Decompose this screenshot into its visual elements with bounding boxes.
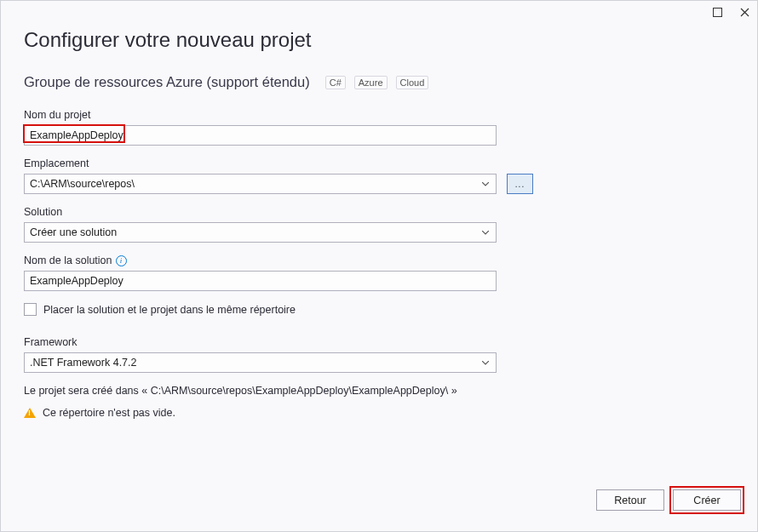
template-name: Groupe de ressources Azure (support éten… — [24, 74, 310, 90]
project-name-input[interactable] — [24, 125, 497, 146]
warning-text: Ce répertoire n'est pas vide. — [43, 407, 175, 419]
info-icon[interactable]: i — [116, 255, 127, 266]
location-select[interactable]: C:\ARM\source\repos\ — [24, 174, 497, 194]
same-dir-checkbox[interactable] — [24, 303, 37, 316]
tag-azure: Azure — [354, 76, 388, 89]
page-title: Configurer votre nouveau projet — [24, 28, 734, 52]
tag-csharp: C# — [325, 76, 346, 89]
creation-path-text: Le projet sera créé dans « C:\ARM\source… — [24, 385, 734, 397]
framework-label: Framework — [24, 336, 734, 348]
close-icon[interactable] — [738, 6, 750, 18]
template-tags: C# Azure Cloud — [325, 76, 429, 89]
back-button[interactable]: Retour — [596, 489, 664, 511]
solution-name-label-text: Nom de la solution — [24, 255, 112, 266]
maximize-icon[interactable] — [711, 6, 723, 18]
create-button-highlight: Créer — [669, 486, 744, 514]
solution-name-label: Nom de la solution i — [24, 255, 734, 266]
tag-cloud: Cloud — [396, 76, 429, 89]
location-label: Emplacement — [24, 157, 734, 169]
browse-button[interactable]: ... — [507, 174, 533, 194]
dialog-footer: Retour Créer — [596, 486, 744, 514]
solution-name-input[interactable] — [24, 271, 497, 291]
create-button[interactable]: Créer — [673, 489, 741, 511]
svg-rect-0 — [713, 8, 721, 16]
solution-label: Solution — [24, 206, 734, 218]
solution-select[interactable]: Créer une solution — [24, 222, 497, 243]
warning-icon — [24, 408, 36, 418]
framework-select[interactable]: .NET Framework 4.7.2 — [24, 352, 497, 373]
same-dir-checkbox-label: Placer la solution et le projet dans le … — [43, 304, 296, 316]
window-controls — [711, 6, 750, 18]
project-name-label: Nom du projet — [24, 109, 734, 121]
template-header: Groupe de ressources Azure (support éten… — [24, 74, 734, 90]
warning-row: Ce répertoire n'est pas vide. — [24, 407, 734, 419]
